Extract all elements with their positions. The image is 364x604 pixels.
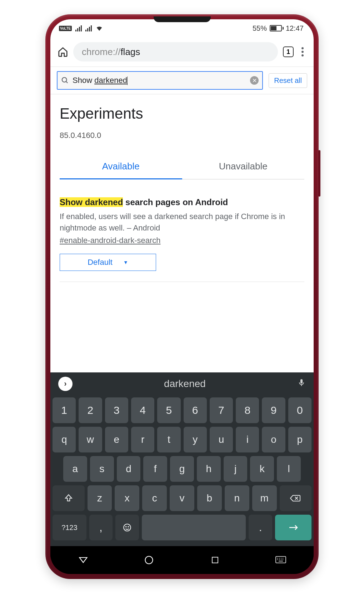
key-x[interactable]: x — [115, 485, 139, 511]
key-8[interactable]: 8 — [236, 397, 259, 423]
key-r[interactable]: r — [131, 427, 154, 452]
svg-line-1 — [66, 81, 68, 83]
tab-available[interactable]: Available — [60, 154, 182, 179]
flag-title: Show darkened search pages on Android — [60, 197, 304, 207]
key-y[interactable]: y — [184, 427, 207, 452]
key-i[interactable]: i — [236, 427, 259, 452]
key-o[interactable]: o — [262, 427, 285, 452]
shift-key[interactable] — [53, 485, 85, 511]
home-icon[interactable] — [58, 46, 68, 57]
divider — [60, 282, 304, 282]
key-q[interactable]: q — [53, 427, 76, 452]
status-right: 55% 12:47 — [253, 24, 304, 33]
keyboard-row-zxcv: zxcvbnm — [53, 485, 311, 511]
flags-body: Experiments 85.0.4160.0 Available Unavai… — [50, 94, 314, 372]
svg-marker-8 — [80, 558, 87, 563]
period-key[interactable]: . — [249, 515, 272, 540]
android-nav-bar — [50, 546, 314, 574]
svg-point-5 — [126, 526, 126, 527]
keyboard-row-numbers: 1234567890 — [53, 397, 311, 423]
keyboard: › darkened 1234567890 qwertyuiop asdfghj… — [50, 372, 314, 546]
page-content: Show darkened ✕ Reset all Experiments 85… — [50, 67, 314, 372]
nav-keyboard-icon[interactable] — [275, 554, 286, 566]
flag-description: If enabled, users will see a darkened se… — [60, 211, 304, 234]
tab-unavailable[interactable]: Unavailable — [182, 154, 305, 179]
signal-icon-1 — [75, 25, 82, 31]
nav-back-icon[interactable] — [78, 554, 89, 566]
flag-item: Show darkened search pages on Android If… — [60, 179, 304, 282]
browser-toolbar: chrome://flags 1 — [50, 37, 314, 67]
flags-search-box[interactable]: Show darkened ✕ — [57, 71, 263, 90]
nav-recents-icon[interactable] — [209, 554, 221, 566]
key-1[interactable]: 1 — [53, 397, 76, 423]
status-left: VoLTE — [59, 24, 103, 32]
key-4[interactable]: 4 — [131, 397, 154, 423]
space-key[interactable] — [142, 515, 246, 540]
key-c[interactable]: c — [142, 485, 167, 511]
url-scheme: chrome:// — [82, 46, 120, 58]
key-5[interactable]: 5 — [157, 397, 180, 423]
key-2[interactable]: 2 — [79, 397, 102, 423]
svg-point-4 — [124, 524, 131, 531]
key-v[interactable]: v — [170, 485, 194, 511]
emoji-key[interactable] — [115, 515, 139, 540]
key-n[interactable]: n — [225, 485, 249, 511]
key-k[interactable]: k — [250, 456, 274, 482]
keyboard-row-qwerty: qwertyuiop — [53, 427, 311, 452]
battery-percent: 55% — [253, 24, 267, 33]
key-3[interactable]: 3 — [105, 397, 128, 423]
tabs: Available Unavailable — [60, 154, 304, 179]
chrome-version: 85.0.4160.0 — [60, 131, 304, 140]
key-b[interactable]: b — [197, 485, 222, 511]
key-a[interactable]: a — [63, 456, 87, 482]
svg-rect-10 — [212, 557, 218, 563]
key-z[interactable]: z — [88, 485, 112, 511]
signal-icon-2 — [85, 25, 92, 31]
keyboard-suggestion[interactable]: darkened — [164, 378, 206, 390]
mic-icon[interactable] — [297, 378, 306, 390]
expand-suggestions-icon[interactable]: › — [58, 377, 73, 391]
key-w[interactable]: w — [79, 427, 102, 452]
flag-state-select[interactable]: Default▼ — [60, 254, 156, 271]
key-u[interactable]: u — [210, 427, 233, 452]
key-h[interactable]: h — [197, 456, 221, 482]
flag-title-highlight: Show darkened — [60, 197, 123, 207]
key-m[interactable]: m — [252, 485, 277, 511]
comma-key[interactable]: , — [89, 515, 113, 540]
key-s[interactable]: s — [90, 456, 114, 482]
url-path: flags — [120, 46, 140, 58]
side-button — [318, 150, 320, 197]
clear-search-icon[interactable]: ✕ — [250, 76, 259, 85]
key-g[interactable]: g — [170, 456, 194, 482]
tab-switcher[interactable]: 1 — [283, 46, 294, 57]
key-0[interactable]: 0 — [288, 397, 311, 423]
volte-badge: VoLTE — [59, 26, 72, 31]
flags-search-input[interactable]: Show darkened — [73, 76, 246, 85]
key-7[interactable]: 7 — [210, 397, 233, 423]
svg-point-6 — [128, 526, 129, 527]
key-j[interactable]: j — [224, 456, 248, 482]
key-6[interactable]: 6 — [184, 397, 207, 423]
key-t[interactable]: t — [157, 427, 180, 452]
page-title: Experiments — [60, 105, 304, 122]
overflow-menu-icon[interactable] — [299, 47, 306, 56]
backspace-key[interactable] — [280, 485, 312, 511]
enter-key[interactable] — [275, 515, 311, 540]
omnibox[interactable]: chrome://flags — [73, 42, 278, 61]
nav-home-icon[interactable] — [143, 554, 155, 566]
symbols-key[interactable]: ?123 — [53, 515, 86, 540]
svg-point-0 — [62, 78, 67, 82]
key-d[interactable]: d — [117, 456, 141, 482]
keyboard-row-bottom: ?123 , . — [53, 515, 311, 540]
key-l[interactable]: l — [277, 456, 301, 482]
search-icon — [61, 76, 69, 84]
battery-icon — [269, 25, 284, 31]
key-p[interactable]: p — [288, 427, 311, 452]
reset-all-button[interactable]: Reset all — [269, 73, 307, 88]
keyboard-row-asdf: asdfghjkl — [53, 456, 311, 482]
key-f[interactable]: f — [143, 456, 167, 482]
flag-id[interactable]: #enable-android-dark-search — [60, 236, 304, 245]
svg-point-9 — [145, 556, 153, 564]
key-9[interactable]: 9 — [262, 397, 285, 423]
key-e[interactable]: e — [105, 427, 128, 452]
